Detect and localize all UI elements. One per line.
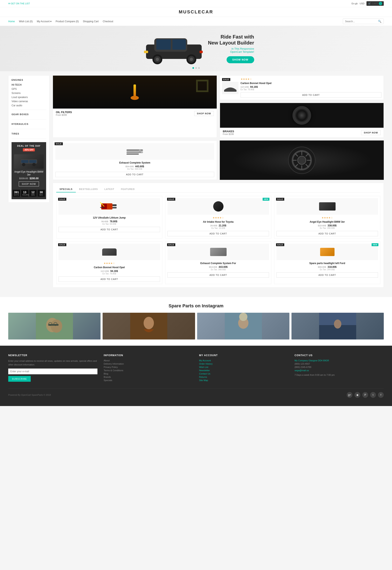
promo-text[interactable]: ✉ GET ON THE LIST	[8, 2, 30, 5]
sidebar-engines: ENGINES HI-TECH GPS Screens Loud speaker…	[12, 79, 46, 110]
sidebar-item-speakers[interactable]: Loud speakers	[12, 95, 46, 99]
instagram-photo-3[interactable]	[197, 313, 289, 339]
nav-home[interactable]: Home	[8, 20, 15, 23]
product-4-add-to-cart[interactable]: ADD TO CART	[168, 272, 269, 278]
footer-newsletter-link[interactable]: Newsletter	[199, 369, 288, 372]
rss-icon[interactable]: ◉	[354, 392, 360, 398]
sidebar-tires-title[interactable]: TIRES	[12, 132, 46, 135]
oil-shop-now-button[interactable]: SHOP NOW	[194, 111, 214, 116]
instagram-photo-4[interactable]	[292, 313, 384, 339]
deal-product-name: Angel Eye Headlight BMW 3er	[14, 170, 44, 176]
exhaust-add-to-cart[interactable]: ADD TO CART	[56, 172, 214, 177]
svg-point-6	[156, 58, 159, 61]
product-3-add-to-cart[interactable]: ADD TO CART	[58, 277, 160, 282]
sidebar: ENGINES HI-TECH GPS Screens Loud speaker…	[8, 75, 49, 203]
carbon-bonnet-add-to-cart[interactable]: ADD TO CART	[241, 92, 382, 98]
tab-specials[interactable]: SPECIALS	[56, 186, 76, 192]
footer-returns-link[interactable]: Returns	[199, 376, 288, 378]
product-card-3: SALE ★★★★☆ Carbon Bonnet Hood Opel 117.2…	[56, 241, 162, 284]
sidebar-gearboxes-title[interactable]: GEAR BOXES	[12, 113, 46, 116]
contact-title: CONTACT US	[294, 354, 384, 357]
facebook-icon[interactable]: f	[378, 392, 384, 398]
twitter-icon[interactable]: t	[370, 392, 376, 398]
footer-privacy-link[interactable]: Privacy Policy	[104, 366, 193, 368]
footer-delivery-link[interactable]: Delivery Information	[104, 362, 193, 365]
footer-terms-link[interactable]: Terms & Conditions	[104, 369, 193, 372]
footer-sitemap-link[interactable]: Site Map	[199, 379, 288, 381]
newsletter-subscribe-button[interactable]: SUBSCRIBE	[8, 376, 31, 382]
product-5-tax: Ex Tax: 264.00$	[277, 268, 378, 271]
my-account-title: MY ACCOUNT	[199, 354, 288, 357]
product-5-add-to-cart[interactable]: ADD TO CART	[277, 272, 378, 278]
product-3-price: 117.20$ 94.16$	[58, 270, 160, 273]
instagram-photo-2[interactable]	[103, 313, 195, 339]
brakes-subtitle: From $199	[223, 133, 234, 135]
hero-dot-2[interactable]	[195, 67, 197, 69]
logo[interactable]: MUSCLECAR	[179, 9, 213, 15]
header: MUSCLECAR	[0, 7, 392, 17]
hero-dot-1[interactable]	[192, 67, 194, 69]
instagram-title: Spare Parts on Instagram	[8, 303, 384, 309]
footer-specials-link[interactable]: Specials	[104, 379, 193, 381]
nav-checkout[interactable]: Checkout	[103, 20, 113, 23]
nav-compare[interactable]: Product Compare (0)	[56, 20, 79, 23]
footer-order-history-link[interactable]: Order History	[199, 362, 288, 365]
footer-brands-link[interactable]: Brands	[104, 376, 193, 378]
sidebar-item-cameras[interactable]: Video cameras	[12, 99, 46, 103]
currency-selector[interactable]: USD	[360, 2, 364, 5]
deal-shop-button[interactable]: SHOP NOW	[19, 181, 39, 186]
footer-about-link[interactable]: About	[104, 359, 193, 362]
information-title: INFORMATION	[104, 354, 193, 357]
nav-account[interactable]: My Account ▾	[37, 20, 52, 23]
brakes-shop-now-button[interactable]: SHOP NOW	[361, 130, 381, 135]
sidebar-item-hitech[interactable]: HI-TECH	[12, 83, 46, 87]
product-0-add-to-cart[interactable]: ADD TO CART	[58, 227, 160, 232]
tab-bestsellers[interactable]: BESTSELLERS	[76, 186, 101, 192]
deal-product-price: $338.00 $280.00	[14, 177, 44, 180]
svg-rect-11	[200, 51, 203, 53]
footer-grid: NEWSLETTER Enter your email address to r…	[8, 354, 384, 382]
tab-latest[interactable]: LATEST	[101, 186, 118, 192]
footer-contact-link[interactable]: Contact Us	[199, 373, 288, 375]
search-button[interactable]: 🔍	[376, 19, 384, 24]
show-now-button[interactable]: SHOW NOW	[227, 56, 254, 63]
svg-rect-13	[21, 160, 28, 163]
product-card-1: SALE NEW ★★★★☆ Air Intake Hose for Toyot…	[165, 196, 271, 238]
hero-dot-3[interactable]	[198, 67, 200, 69]
tab-featured[interactable]: FEATURED	[118, 186, 138, 192]
cart-button[interactable]: 🛒 CART 0	[366, 1, 384, 6]
countdown-min: 12 MIN	[29, 190, 37, 197]
sidebar-item-gps[interactable]: GPS	[12, 87, 46, 91]
hero-banner: Ride Fast with New Layout Builder in Thi…	[0, 26, 392, 71]
search-input[interactable]	[343, 19, 376, 24]
exhaust-sale-badge: SALE	[55, 142, 63, 145]
nav-wishlist[interactable]: Wish List (0)	[19, 20, 33, 23]
svg-rect-48	[130, 313, 167, 339]
google-plus-icon[interactable]: g+	[347, 392, 352, 398]
exhaust-tax: Ex Tax: 368.00$	[56, 168, 214, 170]
newsletter-email-input[interactable]	[8, 369, 98, 374]
product-2-sale-badge: SALE	[276, 198, 284, 201]
product-1-name: Air Intake Hose for Toyota	[168, 221, 269, 223]
language-selector[interactable]: En-gb	[352, 2, 358, 5]
product-2-add-to-cart[interactable]: ADD TO CART	[277, 231, 378, 236]
product-5-sale-badge: SALE	[276, 243, 284, 246]
hose-shape	[213, 201, 224, 211]
navigation: Home Wish List (0) My Account ▾ Product …	[0, 17, 392, 26]
sidebar-hydraulics-title[interactable]: HYDRAULICS	[12, 123, 46, 125]
pinterest-icon[interactable]: P	[362, 392, 368, 398]
sidebar-item-screens[interactable]: Screens	[12, 91, 46, 95]
svg-point-21	[141, 152, 143, 153]
footer-wishlist-link[interactable]: Wish List	[199, 366, 288, 368]
instagram-photo-1[interactable]	[8, 313, 100, 339]
product-1-new-badge: NEW	[263, 198, 269, 201]
product-1-add-to-cart[interactable]: ADD TO CART	[168, 231, 269, 236]
contact-phone2: (800) 2345-6789	[294, 366, 384, 368]
exhaust-price: $54.00$ 443.60$	[56, 165, 214, 168]
sidebar-item-audio[interactable]: Car audio	[12, 103, 46, 108]
footer-account-link[interactable]: My Account	[199, 359, 288, 362]
footer-blog-link[interactable]: Blog	[104, 373, 193, 375]
svg-rect-19	[126, 153, 139, 155]
nav-cart[interactable]: Shopping Cart	[83, 20, 99, 23]
svg-rect-10	[144, 51, 148, 53]
